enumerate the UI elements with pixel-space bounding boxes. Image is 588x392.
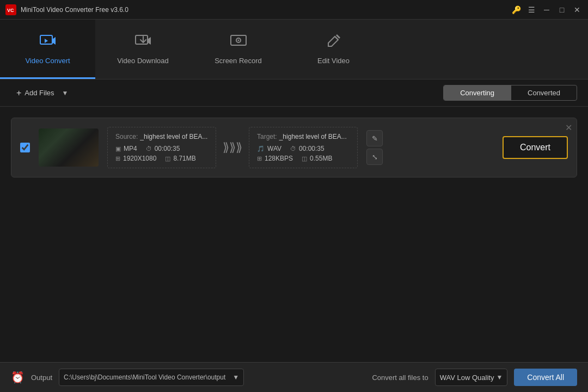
screen-record-icon [230,32,247,52]
video-download-icon [134,32,152,52]
close-button[interactable]: ✕ [572,4,583,15]
source-resolution: 1920X1080 [123,155,156,162]
app-logo: VC [5,4,16,15]
convert-all-files-label: Convert all files to [372,373,428,382]
target-size-field: ◫ 0.55MB [302,155,332,162]
target-bitrate: 128KBPS [265,155,293,162]
file-thumbnail [39,128,99,167]
maximize-button[interactable]: □ [556,4,567,15]
add-icon: + [16,88,21,98]
svg-text:VC: VC [7,8,14,13]
tab-group: Converting Converted [443,85,577,101]
source-resolution-field: ⊞ 1920X1080 [115,155,156,162]
target-actions: ✎ ⤡ [366,130,383,165]
add-files-button[interactable]: + Add Files [11,85,60,101]
target-size: 0.55MB [310,155,332,162]
format-select-arrow-icon: ▼ [496,373,503,381]
source-size: 8.71MB [173,155,195,162]
svg-point-7 [237,40,239,41]
nav-edit-video[interactable]: Edit Video [286,20,381,79]
status-bar: ⏰ Output C:\Users\bj\Documents\MiniTool … [0,362,588,392]
source-size-field: ◫ 8.71MB [165,155,195,162]
target-duration: 00:00:35 [299,145,324,152]
nav-video-convert[interactable]: Video Convert [0,20,95,79]
format-select[interactable]: WAV Low Quality ▼ [435,369,508,386]
source-format: MP4 [124,145,137,152]
duration-icon: ⏱ [146,145,152,152]
target-settings-button[interactable]: ⤡ [366,149,383,165]
source-header: Source: _highest level of BEA... [115,133,208,140]
minimize-button[interactable]: ─ [541,4,552,15]
target-format-icon: 🎵 [257,145,265,152]
convert-all-button[interactable]: Convert All [514,369,577,386]
nav-video-download[interactable]: Video Download [95,20,191,79]
title-bar: VC MiniTool Video Converter Free v3.6.0 … [0,0,588,20]
tab-converting[interactable]: Converting [444,85,511,100]
clock-icon: ⏰ [11,371,24,384]
navigation-bar: Video Convert Video Download Screen Reco… [0,20,588,79]
target-edit-button[interactable]: ✎ [366,130,383,146]
output-path-dropdown[interactable]: ▼ [232,373,239,381]
add-files-label: Add Files [24,89,54,97]
target-format-field: 🎵 WAV [257,145,281,152]
target-format: WAV [267,145,281,152]
main-content: Source: _highest level of BEA... ▣ MP4 ⏱… [0,107,588,362]
size-icon: ◫ [165,155,170,162]
format-select-text: WAV Low Quality [440,373,494,382]
target-row-2: ⊞ 128KBPS ◫ 0.55MB [257,155,350,162]
source-row-2: ⊞ 1920X1080 ◫ 8.71MB [115,155,208,162]
source-duration-field: ⏱ 00:00:35 [146,145,180,152]
source-label: Source: [115,133,138,140]
output-label: Output [31,373,52,382]
nav-video-download-label: Video Download [117,57,168,65]
format-icon: ▣ [115,145,121,152]
file-checkbox[interactable] [20,143,30,152]
output-path: C:\Users\bj\Documents\MiniTool Video Con… [64,373,230,381]
app-title: MiniTool Video Converter Free v3.6.0 [21,6,511,14]
edit-video-icon [325,32,342,52]
target-bitrate-icon: ⊞ [257,155,262,162]
window-controls: 🔑 ☰ ─ □ ✕ [511,4,583,15]
target-label: Target: [257,133,277,140]
hamburger-button[interactable]: ☰ [526,4,537,15]
source-panel: Source: _highest level of BEA... ▣ MP4 ⏱… [107,127,216,168]
resolution-icon: ⊞ [115,155,120,162]
toolbar: + Add Files ▼ Converting Converted [0,79,588,107]
target-bitrate-field: ⊞ 128KBPS [257,155,293,162]
target-size-icon: ◫ [302,155,307,162]
tab-converted[interactable]: Converted [511,85,577,100]
source-duration: 00:00:35 [155,145,180,152]
target-row-1: 🎵 WAV ⏱ 00:00:35 [257,145,350,152]
nav-video-convert-label: Video Convert [25,57,70,65]
source-format-field: ▣ MP4 [115,145,137,152]
target-panel: Target: _highest level of BEA... 🎵 WAV ⏱… [249,127,358,168]
file-card: Source: _highest level of BEA... ▣ MP4 ⏱… [11,118,577,177]
add-files-dropdown-button[interactable]: ▼ [60,86,71,100]
key-button[interactable]: 🔑 [511,4,522,15]
source-row-1: ▣ MP4 ⏱ 00:00:35 [115,145,208,152]
nav-edit-video-label: Edit Video [317,57,350,65]
target-filename: _highest level of BEA... [279,133,347,140]
target-duration-icon: ⏱ [290,145,296,152]
target-header: Target: _highest level of BEA... [257,133,350,140]
output-path-wrapper[interactable]: C:\Users\bj\Documents\MiniTool Video Con… [59,369,244,386]
target-duration-field: ⏱ 00:00:35 [290,145,324,152]
arrow-icon: ⟫⟫⟫ [223,140,242,155]
conversion-panels: Source: _highest level of BEA... ▣ MP4 ⏱… [107,127,494,168]
nav-screen-record[interactable]: Screen Record [191,20,286,79]
video-convert-icon [39,32,57,52]
conversion-arrow: ⟫⟫⟫ [223,140,242,155]
thumbnail-image [39,128,99,167]
nav-screen-record-label: Screen Record [215,57,262,65]
card-close-button[interactable]: ✕ [565,122,572,133]
convert-button[interactable]: Convert [503,136,568,159]
source-filename: _highest level of BEA... [140,133,207,140]
